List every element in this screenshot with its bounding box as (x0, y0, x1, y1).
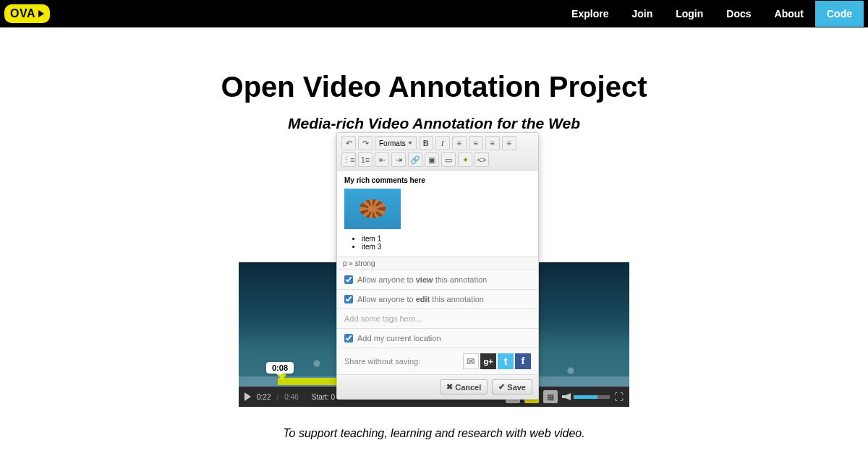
image-button[interactable]: ▣ (425, 152, 439, 167)
share-icons: ✉ g+ t f (463, 353, 531, 369)
list-item: item 3 (362, 243, 531, 251)
play-button[interactable] (244, 392, 251, 401)
save-button[interactable]: ✔Save (492, 379, 532, 395)
allow-edit-option[interactable]: Allow anyone to edit this annotation (337, 289, 538, 309)
editor-content[interactable]: My rich comments here item 1 item 3 (337, 171, 538, 257)
link-button[interactable]: 🔗 (408, 152, 422, 167)
elapsed-time: 0:22 (257, 393, 271, 401)
googleplus-icon[interactable]: g+ (480, 353, 496, 369)
add-location-checkbox[interactable] (344, 334, 353, 342)
hero-screenshot: ↶ ↷ Formats B I ≡ ≡ ≡ ≡ ⋮≡ 1≡ ⇤ ⇥ 🔗 ▣ (239, 262, 629, 407)
duration-time: 0:46 (284, 393, 298, 401)
cancel-icon: ✖ (446, 382, 453, 392)
page-title: Open Video Annotation Project (0, 71, 868, 103)
nav-links: Explore Join Login Docs About Code (560, 1, 864, 27)
tags-row[interactable]: Add some tags here... (337, 309, 538, 328)
align-right-button[interactable]: ≡ (485, 136, 500, 150)
nav-code[interactable]: Code (815, 1, 864, 27)
cancel-button[interactable]: ✖Cancel (440, 379, 488, 395)
code-button[interactable]: <> (475, 152, 489, 167)
page-subtitle: Media-rich Video Annotation for the Web (0, 115, 868, 132)
media-button[interactable]: ▭ (441, 152, 456, 167)
comment-list: item 1 item 3 (362, 235, 531, 251)
nav-about[interactable]: About (763, 1, 815, 27)
special-button[interactable]: ✦ (458, 152, 472, 167)
annotation-editor: ↶ ↷ Formats B I ≡ ≡ ≡ ≡ ⋮≡ 1≡ ⇤ ⇥ 🔗 ▣ (336, 132, 539, 400)
nav-explore[interactable]: Explore (560, 1, 620, 27)
align-left-button[interactable]: ≡ (452, 136, 467, 150)
share-row: Share without saving: ✉ g+ t f (337, 348, 538, 374)
logo[interactable]: OVA (4, 4, 50, 23)
allow-edit-checkbox[interactable] (344, 295, 353, 303)
editor-buttons: ✖Cancel ✔Save (337, 374, 538, 399)
mail-icon[interactable]: ✉ (463, 353, 479, 369)
top-nav: OVA Explore Join Login Docs About Code (0, 0, 868, 27)
comment-title: My rich comments here (344, 176, 531, 184)
undo-button[interactable]: ↶ (341, 136, 356, 150)
play-icon (38, 10, 44, 17)
italic-button[interactable]: I (435, 136, 450, 150)
align-justify-button[interactable]: ≡ (502, 136, 516, 150)
embedded-image (344, 189, 401, 229)
add-location-option[interactable]: Add my current location (337, 328, 538, 348)
logo-text: OVA (10, 7, 35, 20)
share-label: Share without saving: (344, 357, 420, 366)
fullscreen-button[interactable]: ⛶ (614, 392, 624, 402)
editor-toolbar: ↶ ↷ Formats B I ≡ ≡ ≡ ≡ ⋮≡ 1≡ ⇤ ⇥ 🔗 ▣ (337, 133, 538, 171)
nav-join[interactable]: Join (620, 1, 664, 27)
bullet-list-button[interactable]: ⋮≡ (341, 152, 356, 167)
volume-slider[interactable] (574, 395, 610, 399)
twitter-icon[interactable]: t (498, 353, 514, 369)
editor-status-path: p » strong (337, 257, 538, 270)
time-tooltip: 0:08 (266, 362, 294, 374)
outdent-button[interactable]: ⇤ (375, 152, 389, 167)
seek-marker-icon[interactable] (278, 374, 286, 381)
list-item: item 1 (362, 235, 531, 243)
indent-button[interactable]: ⇥ (391, 152, 406, 167)
check-icon: ✔ (498, 382, 505, 392)
formats-select[interactable]: Formats (375, 136, 417, 150)
tags-input[interactable]: Add some tags here... (344, 314, 422, 323)
align-center-button[interactable]: ≡ (469, 136, 483, 150)
tagline: To support teaching, learning and resear… (0, 427, 868, 440)
volume-control[interactable] (562, 393, 610, 400)
bold-button[interactable]: B (419, 136, 433, 150)
number-list-button[interactable]: 1≡ (358, 152, 373, 167)
allow-view-option[interactable]: Allow anyone to view this annotation (337, 270, 538, 289)
redo-button[interactable]: ↷ (358, 136, 373, 150)
chevron-down-icon (408, 142, 412, 145)
speaker-icon (562, 393, 571, 400)
main-content: Open Video Annotation Project Media-rich… (0, 27, 868, 461)
facebook-icon[interactable]: f (515, 353, 531, 369)
nav-docs[interactable]: Docs (715, 1, 762, 27)
allow-view-checkbox[interactable] (344, 275, 353, 284)
nav-login[interactable]: Login (664, 1, 715, 27)
stats-button[interactable]: ▦ (543, 390, 558, 403)
